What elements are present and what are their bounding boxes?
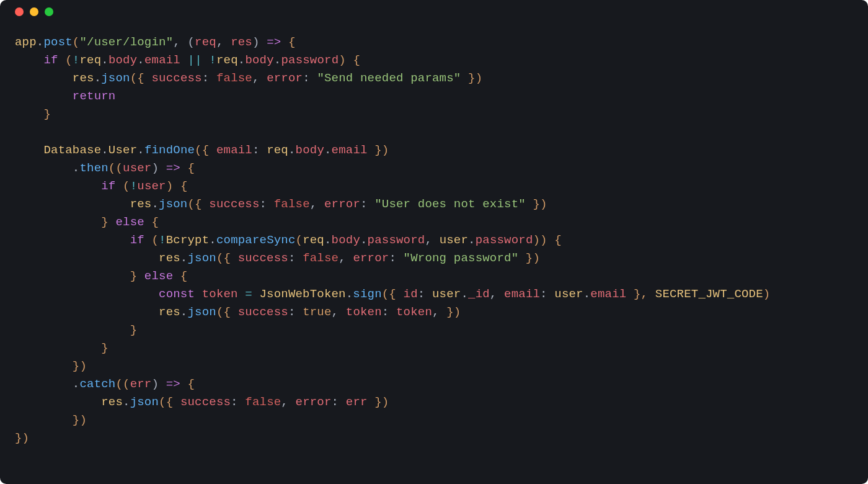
code-token: }) [15,413,87,427]
code-token: } [15,215,115,229]
code-token: success [180,395,231,409]
code-token: SECRET_JWT_CODE [655,287,763,301]
code-token: . [324,143,332,157]
code-token: if [43,53,58,67]
code-token: body [108,53,137,67]
code-token [15,233,130,247]
code-token: "User does not exist" [374,197,526,211]
code-token: . [123,395,130,409]
code-token: ) { [339,53,360,67]
code-token: res [159,305,180,319]
code-token: . [238,53,246,67]
code-line: app.post("/user/login", (req, res) => { [15,34,853,52]
code-token: ( [58,53,73,67]
code-token: ) { [166,179,188,193]
code-token: success [238,305,288,319]
code-token: } [15,269,144,283]
code-token: . [461,287,468,301]
code-token: false [274,197,310,211]
code-token: ) [252,35,267,49]
code-token: => [166,161,180,175]
code-token: }) [446,305,461,319]
code-token: user [432,287,461,301]
code-token: ( [144,233,159,247]
code-token: . [15,377,79,391]
code-line: } [15,339,853,357]
code-token: , [432,305,446,319]
code-token: err [346,395,368,409]
zoom-icon[interactable] [45,7,53,16]
code-token: res [231,35,252,49]
code-token: ! [209,53,216,67]
code-line: if (!user) { [15,177,853,195]
code-token: ( [115,179,130,193]
code-token: : [202,71,216,85]
code-token: error [296,395,332,409]
code-token: "/user/login" [79,35,173,49]
code-token: : [231,395,245,409]
code-token: { [180,377,195,391]
code-token: json [101,71,130,85]
code-token: (( [108,161,123,175]
code-token: body [332,233,360,247]
code-token [15,287,159,301]
minimize-icon[interactable] [30,7,38,16]
code-token: false [216,71,252,85]
code-token: : [389,251,403,265]
code-line: .then((user) => { [15,159,853,177]
code-token: findOne [144,143,195,157]
code-token: body [245,53,273,67]
code-token: error [267,71,303,85]
code-token: : [288,305,303,319]
code-token: . [274,53,281,67]
code-line [15,123,853,141]
code-token: , [216,35,231,49]
code-token: user [137,179,166,193]
code-line: } [15,321,853,339]
code-token: }, [626,287,655,301]
code-token: => [166,377,180,391]
code-editor[interactable]: app.post("/user/login", (req, res) => { … [0,24,868,462]
code-line: }) [15,411,853,429]
code-token [195,287,202,301]
code-token: } [15,107,51,121]
code-token: , [281,395,295,409]
code-line: res.json({ success: false, error: "Wrong… [15,249,853,267]
code-token: ({ [159,395,180,409]
code-token [15,251,159,265]
code-token: (( [115,377,130,391]
code-token: . [360,233,368,247]
code-token: }) [15,431,29,445]
code-token: . [346,287,353,301]
code-token: user [554,287,583,301]
code-token: password [476,233,533,247]
code-token: "Send needed params" [317,71,461,85]
code-token: ({ [130,71,152,85]
code-token: true [303,305,331,319]
code-token: . [37,35,44,49]
code-token: }) [368,143,389,157]
code-line: return [15,87,853,105]
code-token: res [130,197,152,211]
code-token: token [396,305,432,319]
code-token: ! [130,179,138,193]
close-icon[interactable] [15,7,24,16]
code-token: success [209,197,259,211]
code-token: req [216,53,238,67]
code-line: .catch((err) => { [15,375,853,393]
code-line: }) [15,429,853,447]
code-token [15,89,73,103]
code-token: }) [518,251,540,265]
window-titlebar [0,0,868,24]
code-token: . [180,251,188,265]
code-token: ( [296,233,303,247]
code-token: : [260,197,274,211]
code-token: const [159,287,195,301]
code-token: ({ [216,305,238,319]
code-token: : [303,71,317,85]
code-token: return [73,89,116,103]
code-token: : [382,305,396,319]
code-token: app [15,35,37,49]
code-token: error [324,197,360,211]
code-token: }) [526,197,547,211]
